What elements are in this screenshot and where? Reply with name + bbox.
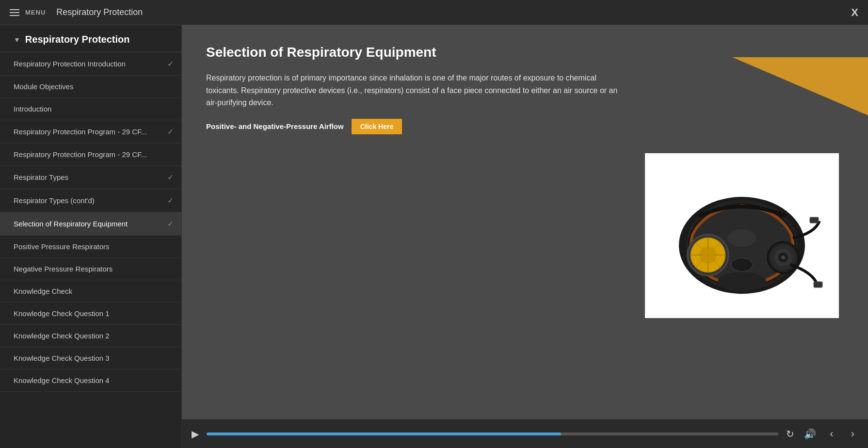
airflow-link-label: Positive- and Negative-Pressure Airflow — [206, 122, 344, 130]
sidebar-item-label: Negative Pressure Respirators — [14, 265, 174, 273]
sidebar-item-knowledge-check-q1[interactable]: Knowledge Check Question 1 — [0, 303, 181, 325]
sidebar-item-knowledge-check-q2[interactable]: Knowledge Check Question 2 — [0, 325, 181, 347]
sidebar-item-label: Positive Pressure Respirators — [14, 242, 174, 251]
slide-body: Respiratory protection is of primary imp… — [206, 72, 844, 400]
sidebar-item-label: Knowledge Check Question 1 — [14, 309, 174, 318]
sidebar-item-label: Selection of Respiratory Equipment — [14, 220, 167, 228]
progress-bar[interactable] — [207, 432, 778, 435]
sidebar-item-negative-pressure-respirators[interactable]: Negative Pressure Respirators — [0, 258, 181, 280]
main-layout: ▼ Respiratory Protection Respiratory Pro… — [0, 25, 868, 448]
sidebar-item-respiratory-protection-intro[interactable]: Respiratory Protection Introduction✓ — [0, 52, 181, 76]
top-bar: MENU Respiratory Protection X — [0, 0, 868, 25]
check-icon: ✓ — [167, 173, 174, 182]
module-title: ▼ Respiratory Protection — [14, 34, 174, 45]
svg-rect-17 — [810, 217, 819, 223]
close-button[interactable]: X — [851, 6, 858, 19]
slide-link-row: Positive- and Negative-Pressure Airflow … — [206, 119, 626, 134]
content-area: Selection of Respiratory Equipment Respi… — [182, 25, 868, 448]
svg-point-20 — [718, 272, 766, 291]
svg-point-9 — [703, 250, 713, 260]
sidebar-item-respirator-types[interactable]: Respirator Types✓ — [0, 166, 181, 189]
chevron-down-icon: ▼ — [14, 36, 20, 44]
play-button[interactable]: ▶ — [192, 428, 199, 440]
sidebar-item-label: Introduction — [14, 105, 174, 113]
slide-description: Respiratory protection is of primary imp… — [206, 72, 626, 109]
check-icon: ✓ — [167, 196, 174, 205]
next-button[interactable]: › — [847, 426, 858, 442]
sidebar-item-selection-of-respiratory-equipment[interactable]: Selection of Respiratory Equipment✓ — [0, 212, 181, 236]
top-bar-left: MENU Respiratory Protection — [10, 7, 143, 17]
yellow-triangle-decoration — [732, 57, 868, 115]
sidebar-item-label: Respirator Types — [14, 173, 167, 181]
top-bar-title: Respiratory Protection — [56, 7, 143, 17]
prev-button[interactable]: ‹ — [826, 426, 837, 442]
sidebar-item-label: Module Objectives — [14, 82, 174, 91]
sidebar: ▼ Respiratory Protection Respiratory Pro… — [0, 25, 182, 448]
menu-label: MENU — [25, 9, 46, 16]
menu-button[interactable] — [10, 9, 19, 16]
sidebar-item-label: Respiratory Protection Introduction — [14, 60, 167, 68]
check-icon: ✓ — [167, 59, 174, 68]
sidebar-item-label: Respiratory Protection Program - 29 CF..… — [14, 150, 174, 159]
sidebar-item-label: Knowledge Check — [14, 287, 174, 295]
svg-point-19 — [731, 258, 753, 272]
respirator-illustration — [659, 163, 824, 308]
sidebar-item-knowledge-check-q3[interactable]: Knowledge Check Question 3 — [0, 347, 181, 369]
sidebar-items-list: Respiratory Protection Introduction✓Modu… — [0, 52, 181, 392]
sidebar-item-knowledge-check[interactable]: Knowledge Check — [0, 280, 181, 303]
check-icon: ✓ — [167, 219, 174, 228]
sidebar-header: ▼ Respiratory Protection — [0, 25, 181, 52]
svg-point-16 — [727, 229, 756, 247]
slide-image-section — [640, 72, 844, 400]
slide-content: Selection of Respiratory Equipment Respi… — [182, 25, 868, 419]
sidebar-item-positive-pressure-respirators[interactable]: Positive Pressure Respirators — [0, 236, 181, 258]
progress-bar-fill — [207, 432, 561, 435]
sidebar-item-knowledge-check-q4[interactable]: Knowledge Check Question 4 — [0, 369, 181, 392]
sidebar-item-introduction[interactable]: Introduction — [0, 98, 181, 120]
sidebar-item-label: Knowledge Check Question 2 — [14, 332, 174, 340]
respirator-image-box — [645, 153, 839, 318]
sidebar-item-label: Knowledge Check Question 4 — [14, 376, 174, 384]
slide-text-section: Respiratory protection is of primary imp… — [206, 72, 626, 400]
click-here-button[interactable]: Click Here — [352, 119, 402, 134]
sidebar-item-label: Respirator Types (cont'd) — [14, 196, 167, 205]
sidebar-item-label: Respiratory Protection Program - 29 CF..… — [14, 128, 167, 136]
sidebar-item-label: Knowledge Check Question 3 — [14, 354, 174, 362]
sidebar-item-module-objectives[interactable]: Module Objectives — [0, 76, 181, 98]
volume-icon[interactable]: 🔊 — [804, 428, 816, 440]
svg-point-15 — [781, 256, 785, 259]
svg-rect-18 — [814, 282, 822, 288]
check-icon: ✓ — [167, 127, 174, 136]
bottom-bar: ▶ ↻ 🔊 ‹ › — [182, 419, 868, 448]
sidebar-item-respiratory-protection-program-2[interactable]: Respiratory Protection Program - 29 CF..… — [0, 144, 181, 166]
slide-container: Selection of Respiratory Equipment Respi… — [182, 25, 868, 419]
refresh-icon[interactable]: ↻ — [786, 428, 794, 440]
bottom-controls: ↻ 🔊 ‹ › — [786, 426, 858, 442]
sidebar-item-respiratory-protection-program-1[interactable]: Respiratory Protection Program - 29 CF..… — [0, 120, 181, 144]
sidebar-item-respirator-types-cont[interactable]: Respirator Types (cont'd)✓ — [0, 189, 181, 212]
